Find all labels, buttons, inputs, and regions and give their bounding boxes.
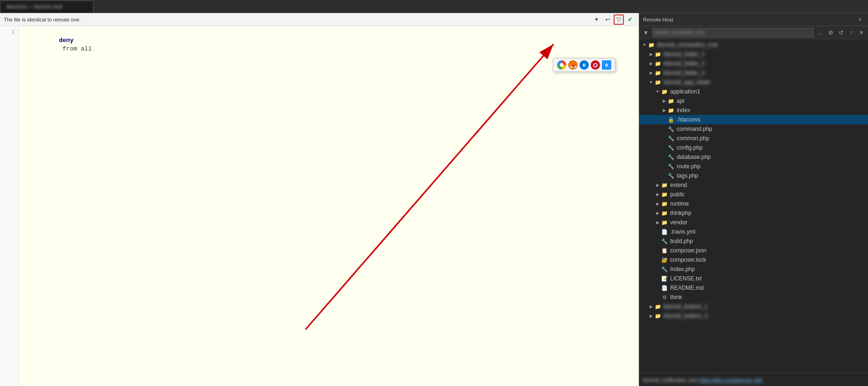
folder-icon: 📁 xyxy=(654,303,662,310)
tree-item-folder-bottom-1[interactable]: ▶📁blurred_bottom_1 xyxy=(639,302,868,311)
remote-host-title: Remote Host xyxy=(643,17,673,22)
tree-item-file-config[interactable]: 🔧config.php xyxy=(639,143,868,152)
file-tree: ▼📁blurred_connection_root▶📁blurred_folde… xyxy=(639,39,868,373)
rh-more-button[interactable]: … xyxy=(816,28,825,37)
tree-arrow-placeholder xyxy=(654,247,661,254)
remote-host-title-actions: × xyxy=(856,15,864,24)
tree-item-folder-1[interactable]: ▶📁blurred_folder_1 xyxy=(639,50,868,59)
notification-text: blurred_notification_text xyxy=(643,377,698,383)
tree-item-folder-app-sub[interactable]: ▼📁application1 xyxy=(639,87,868,96)
tree-label: blurred_bottom_1 xyxy=(664,303,708,310)
chrome-icon[interactable] xyxy=(557,60,566,70)
file-type-icon: 📋 xyxy=(661,247,668,254)
file-type-icon: 🔧 xyxy=(667,135,675,142)
folder-icon: 📁 xyxy=(654,312,662,320)
tree-arrow: ▶ xyxy=(648,313,654,319)
file-type-icon: 🔧 xyxy=(667,144,675,151)
tree-label: thinkphp xyxy=(670,210,691,216)
browser-icons-popup: 🦊 e O e xyxy=(553,58,615,72)
tree-item-file-route[interactable]: 🔧route.php xyxy=(639,162,868,171)
firefox-icon[interactable]: 🦊 xyxy=(568,60,578,70)
tree-item-file-htaccess[interactable]: 🔒.htaccess xyxy=(639,115,868,124)
tree-item-folder-bottom-2[interactable]: ▶📁blurred_bottom_2 xyxy=(639,311,868,321)
filter-button[interactable]: ▽ xyxy=(614,14,624,25)
tree-item-file-database[interactable]: 🔧database.php xyxy=(639,152,868,162)
tree-item-file-composer-lock[interactable]: 🔐composer.lock xyxy=(639,255,868,264)
tree-item-file-composer-json[interactable]: 📋composer.json xyxy=(639,246,868,255)
tree-arrow-placeholder xyxy=(654,229,661,235)
tree-arrow: ▶ xyxy=(648,303,654,310)
edge-icon[interactable]: e xyxy=(579,60,589,70)
code-line-1: deny from all xyxy=(22,28,635,36)
tree-item-file-readme[interactable]: 📄README.md xyxy=(639,283,868,293)
rh-upload-button[interactable]: ↑ xyxy=(846,28,856,37)
tree-label: vendor xyxy=(670,219,687,226)
tree-item-root-connection[interactable]: ▼📁blurred_connection_root xyxy=(639,40,868,50)
remote-host-close-button[interactable]: × xyxy=(856,15,864,24)
tree-item-file-think[interactable]: ⚙think xyxy=(639,293,868,302)
tree-label: command.php xyxy=(677,126,712,132)
tree-label: .travis.yml xyxy=(670,229,695,235)
folder-icon: 📁 xyxy=(667,97,675,105)
tree-expand-button[interactable]: ▼ xyxy=(641,28,651,37)
tree-item-file-tags[interactable]: 🔧tags.php xyxy=(639,171,868,180)
file-type-icon: 📝 xyxy=(661,275,668,282)
tree-label: extend xyxy=(670,182,687,188)
rh-refresh-button[interactable]: ↺ xyxy=(836,28,846,37)
tree-arrow: ▼ xyxy=(641,42,648,48)
rh-disconnect-button[interactable]: ✕ xyxy=(857,28,866,37)
code-text-from: from all xyxy=(59,45,92,52)
tree-item-folder-api[interactable]: ▶📁api xyxy=(639,96,868,106)
tree-arrow-placeholder xyxy=(661,126,667,132)
tree-label: blurred_app_folder xyxy=(664,79,711,86)
tree-arrow-placeholder xyxy=(654,275,661,282)
tree-item-folder-runtime[interactable]: ▶📁runtime xyxy=(639,199,868,208)
folder-icon: 📁 xyxy=(654,79,662,86)
file-type-icon: 🔧 xyxy=(667,172,675,179)
ie-icon[interactable]: e xyxy=(602,60,611,70)
tree-item-file-license[interactable]: 📝LICENSE.txt xyxy=(639,274,868,283)
tree-item-folder-thinkphp[interactable]: ▶📁thinkphp xyxy=(639,208,868,218)
tree-label: database.php xyxy=(677,154,711,160)
tree-item-folder-app[interactable]: ▼📁blurred_app_folder xyxy=(639,78,868,87)
file-type-icon: 📄 xyxy=(661,228,668,236)
tree-label: index xyxy=(677,107,690,114)
tree-item-folder-index[interactable]: ▶📁index xyxy=(639,106,868,115)
tree-item-folder-2[interactable]: ▶📁blurred_folder_2 xyxy=(639,59,868,68)
folder-icon: 📁 xyxy=(654,60,662,67)
folder-icon: 📁 xyxy=(661,191,668,198)
tree-label: .htaccess xyxy=(677,116,701,123)
tree-item-file-command[interactable]: 🔧command.php xyxy=(639,124,868,134)
main-layout: The file is identical to remote one. ✦ ↩… xyxy=(0,13,868,386)
tree-arrow-placeholder xyxy=(661,154,667,160)
back-button[interactable]: ↩ xyxy=(602,14,613,25)
tree-label: tags.php xyxy=(677,172,698,179)
code-area[interactable]: deny from all xyxy=(19,26,639,386)
pin-button[interactable]: ✦ xyxy=(591,14,601,25)
tree-item-folder-vendor[interactable]: ▶📁vendor xyxy=(639,218,868,227)
tree-item-folder-public[interactable]: ▶📁public xyxy=(639,190,868,199)
tree-arrow: ▶ xyxy=(654,200,661,207)
tree-label: build.php xyxy=(670,238,693,244)
tree-label: application1 xyxy=(670,88,700,95)
file-type-icon: 🔧 xyxy=(661,237,668,245)
tree-arrow-placeholder xyxy=(654,285,661,291)
rh-settings-button[interactable]: ⚙ xyxy=(826,28,835,37)
editor-status-message: The file is identical to remote one. xyxy=(4,17,80,22)
editor-tab[interactable]: htaccess — blurred_host xyxy=(0,0,94,13)
tree-arrow: ▶ xyxy=(648,60,654,67)
check-button[interactable]: ✔ xyxy=(625,14,635,25)
tree-item-file-index[interactable]: 🔧Index.php xyxy=(639,264,868,274)
host-selector-container[interactable]: blurred_connection_info xyxy=(652,28,814,37)
tree-item-folder-extend[interactable]: ▶📁extend xyxy=(639,180,868,190)
tree-arrow: ▶ xyxy=(654,219,661,226)
notification-link[interactable]: https://blrp.com/blurred_link xyxy=(699,377,762,383)
tree-item-file-travis[interactable]: 📄.travis.yml xyxy=(639,227,868,236)
opera-icon[interactable]: O xyxy=(591,60,600,70)
tree-item-folder-3[interactable]: ▶📁blurred_folder_3 xyxy=(639,68,868,78)
folder-icon: 📁 xyxy=(654,50,662,58)
tree-item-file-common[interactable]: 🔧common.php xyxy=(639,134,868,143)
tree-arrow: ▼ xyxy=(654,88,661,95)
tree-label: blurred_folder_2 xyxy=(664,60,704,67)
tree-item-file-build[interactable]: 🔧build.php xyxy=(639,236,868,246)
